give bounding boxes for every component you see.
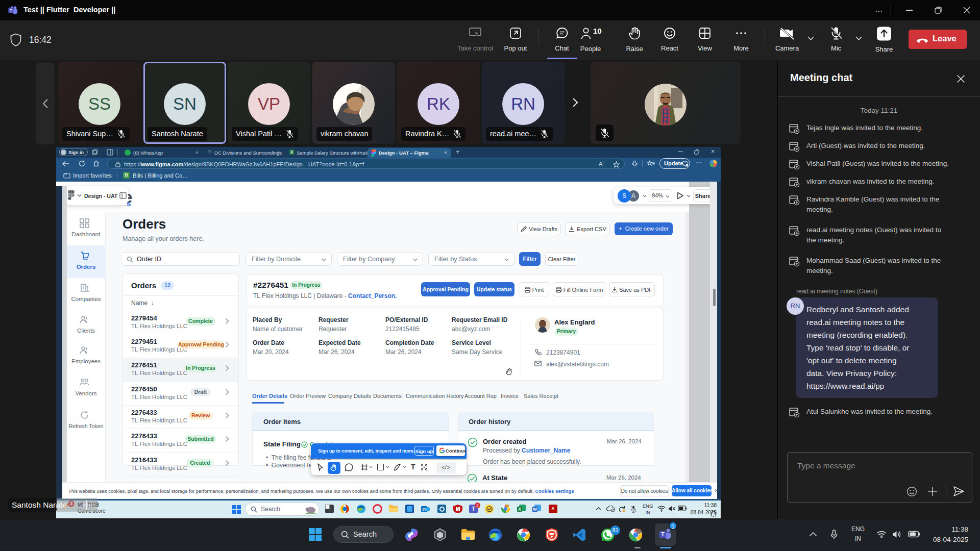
svg-text:T: T	[10, 8, 12, 13]
svg-text:10: 10	[593, 27, 602, 35]
svg-text:S: S	[611, 509, 614, 512]
svg-text:T: T	[661, 532, 664, 537]
svg-text:O: O	[422, 507, 426, 512]
svg-text:W: W	[533, 507, 537, 512]
svg-text:X: X	[518, 507, 521, 512]
